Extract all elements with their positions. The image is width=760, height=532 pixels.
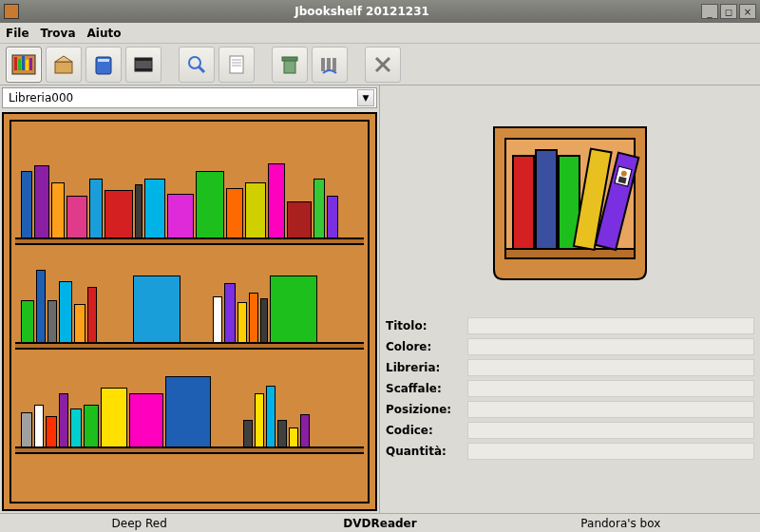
search-icon <box>184 52 209 77</box>
book-spine <box>213 428 241 446</box>
menu-file[interactable]: File <box>6 27 29 40</box>
toolbar-package-button[interactable] <box>46 47 82 83</box>
book-spine[interactable] <box>34 405 44 446</box>
svg-rect-1 <box>14 57 17 70</box>
svg-rect-20 <box>282 57 297 61</box>
position-field[interactable] <box>467 401 754 418</box>
book-spine[interactable] <box>66 196 87 238</box>
title-label: Titolo: <box>386 319 462 332</box>
library-dropdown-value: Libreria000 <box>9 91 73 104</box>
book-spine[interactable] <box>51 182 65 238</box>
book-spine[interactable] <box>289 428 298 446</box>
book-spine[interactable] <box>270 276 317 342</box>
book-spine[interactable] <box>196 171 224 238</box>
book-spine[interactable] <box>59 393 68 446</box>
book-spine <box>99 323 131 342</box>
book-spine[interactable] <box>213 296 222 342</box>
maximize-button[interactable]: ◻ <box>720 4 737 19</box>
book-spine[interactable] <box>59 281 72 342</box>
svg-rect-23 <box>332 58 336 71</box>
toolbar-link-button[interactable] <box>312 47 348 83</box>
book-spine[interactable] <box>46 416 57 446</box>
doc-icon <box>224 52 249 77</box>
svg-rect-2 <box>18 59 21 70</box>
minimize-button[interactable]: _ <box>701 4 718 19</box>
book-spine[interactable] <box>327 196 338 238</box>
menu-help[interactable]: Aiuto <box>87 27 122 40</box>
code-label: Codice: <box>386 424 462 437</box>
library-label: Libreria: <box>386 361 462 374</box>
svg-rect-22 <box>327 58 331 71</box>
book-spine[interactable] <box>245 182 266 238</box>
book-spine[interactable] <box>243 420 253 446</box>
book-spine[interactable] <box>48 300 57 342</box>
svg-line-14 <box>199 66 204 72</box>
shelf-field[interactable] <box>467 380 754 397</box>
toolbar-trash-button[interactable] <box>272 47 308 83</box>
book-spine[interactable] <box>300 414 310 446</box>
detail-icon-pane <box>386 89 754 317</box>
svg-rect-4 <box>26 60 28 70</box>
position-label: Posizione: <box>386 403 462 416</box>
toolbar-shelf-button[interactable] <box>6 47 42 83</box>
svg-rect-5 <box>29 58 32 70</box>
window-title: Jbookshelf 20121231 <box>25 5 699 18</box>
svg-marker-7 <box>55 56 72 62</box>
book-spine[interactable] <box>74 304 86 342</box>
book-spine[interactable] <box>314 179 325 238</box>
book-spine[interactable] <box>21 171 32 238</box>
bookshelf-view[interactable] <box>2 112 377 511</box>
book-spine[interactable] <box>144 179 165 238</box>
book-spine[interactable] <box>167 194 194 238</box>
book-spine[interactable] <box>36 270 46 342</box>
book-spine[interactable] <box>255 393 264 446</box>
book-spine[interactable] <box>287 201 312 238</box>
svg-rect-15 <box>230 56 243 73</box>
toolbar-book-button[interactable] <box>86 47 122 83</box>
book-spine[interactable] <box>34 165 49 238</box>
package-icon <box>51 52 76 77</box>
close-button[interactable]: × <box>739 4 756 19</box>
svg-rect-9 <box>98 59 109 62</box>
book-spine[interactable] <box>266 386 276 446</box>
toolbar-search-button[interactable] <box>179 47 215 83</box>
book-spine[interactable] <box>277 420 287 446</box>
quantity-field[interactable] <box>467 443 754 460</box>
toolbar-delete-button[interactable] <box>365 47 401 83</box>
book-spine[interactable] <box>84 405 99 446</box>
library-dropdown[interactable]: Libreria000 ▼ <box>2 87 377 108</box>
library-field[interactable] <box>467 359 754 376</box>
title-field[interactable] <box>467 317 754 334</box>
book-spine[interactable] <box>224 283 236 342</box>
book-spine[interactable] <box>238 302 247 342</box>
book-spine[interactable] <box>21 412 32 446</box>
menu-find[interactable]: Trova <box>41 27 76 40</box>
status-right: Pandora's box <box>501 517 741 530</box>
book-spine[interactable] <box>87 287 97 342</box>
movie-icon <box>131 52 156 77</box>
status-bar: Deep Red DVDReader Pandora's box <box>0 513 760 532</box>
book-spine[interactable] <box>268 163 285 238</box>
code-field[interactable] <box>467 422 754 439</box>
book-spine[interactable] <box>165 376 211 446</box>
book-spine[interactable] <box>21 300 34 342</box>
book-spine[interactable] <box>101 388 127 446</box>
book-spine[interactable] <box>89 179 103 238</box>
book-spine[interactable] <box>135 184 142 238</box>
toolbar-doc-button[interactable] <box>218 47 255 83</box>
svg-rect-11 <box>135 58 152 61</box>
book-spine[interactable] <box>226 188 243 238</box>
link-icon <box>317 52 342 77</box>
book-spine[interactable] <box>260 298 268 342</box>
svg-rect-6 <box>55 62 72 73</box>
svg-rect-19 <box>284 60 295 73</box>
chevron-down-icon: ▼ <box>357 89 374 106</box>
book-spine[interactable] <box>104 190 133 238</box>
color-field[interactable] <box>467 338 754 355</box>
toolbar-movie-button[interactable] <box>125 47 162 83</box>
book-spine[interactable] <box>129 393 163 446</box>
book-spine[interactable] <box>249 293 258 342</box>
book-spine[interactable] <box>70 408 82 446</box>
book-spine[interactable] <box>133 276 180 342</box>
color-label: Colore: <box>386 340 462 353</box>
